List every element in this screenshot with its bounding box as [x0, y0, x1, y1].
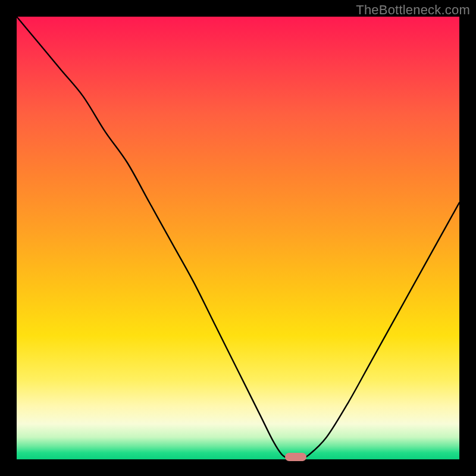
- curve-path: [17, 17, 459, 459]
- watermark-text: TheBottleneck.com: [356, 2, 470, 18]
- bottleneck-curve: [17, 17, 459, 459]
- plot-area: [17, 17, 459, 459]
- optimal-marker: [285, 453, 306, 461]
- chart-frame: TheBottleneck.com: [0, 0, 476, 476]
